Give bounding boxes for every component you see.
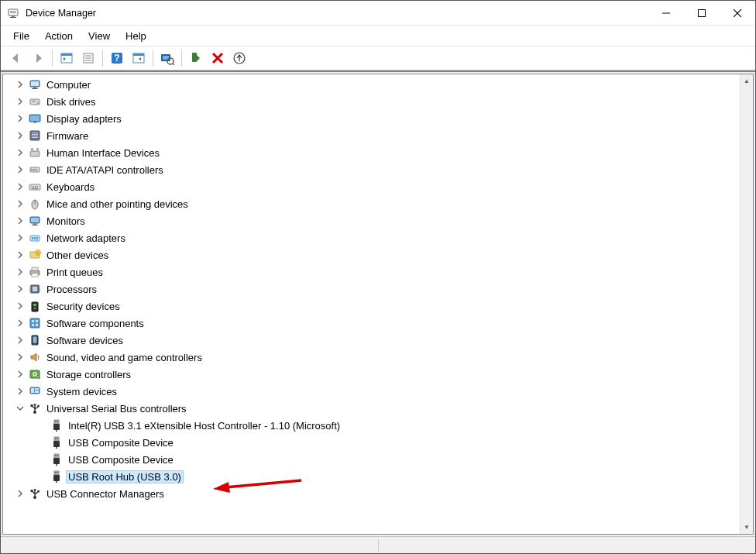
- expand-icon[interactable]: [14, 198, 26, 210]
- status-cell: [379, 539, 756, 552]
- usb-icon: [28, 401, 42, 415]
- tree-item[interactable]: Display adapters: [8, 110, 740, 127]
- tree-item[interactable]: Computer: [8, 76, 740, 93]
- tree-item[interactable]: Processors: [8, 280, 740, 298]
- expand-icon[interactable]: [14, 385, 26, 397]
- svg-rect-84: [36, 320, 38, 322]
- expand-icon[interactable]: [14, 95, 26, 108]
- tree-item[interactable]: Software devices: [8, 332, 740, 349]
- svg-rect-4: [10, 17, 16, 18]
- expand-icon[interactable]: [14, 78, 26, 91]
- tree-item[interactable]: USB Composite Device: [8, 434, 740, 451]
- tree-item[interactable]: IDE ATA/ATAPI controllers: [8, 161, 740, 178]
- expand-icon[interactable]: [14, 215, 26, 227]
- expand-icon[interactable]: [14, 129, 26, 142]
- tree-item[interactable]: USB Connector Managers: [8, 485, 740, 502]
- scroll-up-icon[interactable]: ▲: [741, 74, 753, 88]
- tree-item[interactable]: Software components: [8, 315, 740, 332]
- close-button[interactable]: [720, 1, 755, 26]
- expand-icon[interactable]: [14, 181, 26, 193]
- svg-rect-59: [33, 223, 36, 225]
- tree-item[interactable]: Monitors: [8, 212, 740, 229]
- expand-icon[interactable]: [14, 317, 26, 329]
- tree-item[interactable]: USB Root Hub (USB 3.0): [8, 468, 740, 485]
- tree-item[interactable]: Network adapters: [8, 229, 740, 246]
- expand-icon[interactable]: [14, 334, 26, 346]
- tree-item[interactable]: ?Other devices: [8, 246, 740, 263]
- menu-action[interactable]: Action: [37, 28, 81, 44]
- enable-device-button[interactable]: [185, 47, 207, 69]
- minimize-button[interactable]: [648, 1, 684, 26]
- svg-rect-72: [33, 287, 37, 291]
- svg-rect-127: [31, 490, 33, 492]
- tree-item[interactable]: USB Composite Device: [8, 451, 740, 468]
- svg-rect-29: [33, 87, 36, 88]
- back-button[interactable]: [5, 47, 27, 69]
- show-hide-console-tree-button[interactable]: [56, 47, 77, 69]
- svg-rect-6: [699, 9, 706, 16]
- expand-icon[interactable]: [14, 266, 26, 278]
- usbplug-icon: [50, 435, 64, 449]
- svg-rect-2: [10, 12, 16, 13]
- tree-item[interactable]: Universal Serial Bus controllers: [8, 400, 740, 417]
- scroll-down-icon[interactable]: ▼: [741, 521, 753, 534]
- toolbar: ?: [1, 46, 755, 71]
- expand-icon[interactable]: [14, 249, 26, 261]
- scan-hardware-button[interactable]: [156, 47, 178, 69]
- action-pane-button[interactable]: [128, 47, 149, 69]
- tree-item-label: Monitors: [44, 215, 88, 228]
- tree-item[interactable]: Intel(R) USB 3.1 eXtensible Host Control…: [8, 417, 740, 434]
- update-driver-button[interactable]: [229, 47, 250, 69]
- status-cell: [1, 539, 379, 552]
- tree-item[interactable]: Mice and other pointing devices: [8, 195, 740, 212]
- svg-rect-83: [32, 320, 34, 322]
- properties-button[interactable]: [77, 47, 99, 69]
- storage-icon: [28, 367, 42, 381]
- expand-icon[interactable]: [14, 112, 26, 125]
- tree-item[interactable]: Security devices: [8, 298, 740, 315]
- tree-item-label: Software devices: [44, 334, 125, 347]
- menu-view[interactable]: View: [81, 28, 118, 44]
- tree-item[interactable]: Keyboards: [8, 178, 740, 195]
- tree-item-label: Processors: [44, 283, 99, 296]
- expand-icon[interactable]: [14, 351, 26, 363]
- tree-item-label: Disk drives: [44, 95, 98, 108]
- svg-rect-60: [32, 225, 38, 225]
- tree-item[interactable]: Storage controllers: [8, 366, 740, 383]
- help-button[interactable]: ?: [106, 47, 128, 69]
- expand-icon[interactable]: [14, 283, 26, 295]
- tree-item[interactable]: Human Interface Devices: [8, 144, 740, 161]
- svg-rect-38: [32, 132, 38, 133]
- device-tree[interactable]: ComputerDisk drivesDisplay adaptersFirmw…: [3, 74, 740, 534]
- tree-item[interactable]: Disk drives: [8, 93, 740, 110]
- tree-item-label: USB Root Hub (USB 3.0): [66, 470, 184, 483]
- maximize-button[interactable]: [684, 1, 720, 26]
- tree-item-label: Sound, video and game controllers: [44, 351, 204, 364]
- expand-icon[interactable]: [14, 300, 26, 312]
- tree-item-label: Storage controllers: [44, 368, 133, 381]
- vertical-scrollbar[interactable]: ▲ ▼: [740, 74, 753, 534]
- svg-rect-116: [57, 455, 59, 456]
- menu-file[interactable]: File: [5, 28, 37, 44]
- hid-icon: [28, 146, 42, 160]
- tree-item[interactable]: System devices: [8, 383, 740, 400]
- usbplug-icon: [50, 452, 64, 466]
- menu-help[interactable]: Help: [118, 28, 154, 44]
- expand-icon[interactable]: [14, 163, 26, 176]
- tree-item[interactable]: Firmware: [8, 127, 740, 144]
- expand-icon[interactable]: [14, 146, 26, 159]
- expand-icon[interactable]: [14, 487, 26, 500]
- tree-item[interactable]: Sound, video and game controllers: [8, 349, 740, 366]
- svg-rect-70: [32, 274, 38, 277]
- monitor-icon: [28, 214, 42, 228]
- collapse-icon[interactable]: [14, 402, 26, 415]
- svg-rect-64: [36, 237, 38, 239]
- expand-icon[interactable]: [14, 232, 26, 244]
- uninstall-device-button[interactable]: [207, 47, 229, 69]
- titlebar[interactable]: Device Manager: [1, 1, 755, 26]
- tree-item[interactable]: Print queues: [8, 263, 740, 280]
- svg-rect-33: [32, 101, 36, 102]
- svg-rect-3: [12, 15, 15, 17]
- forward-button[interactable]: [27, 47, 49, 69]
- expand-icon[interactable]: [14, 368, 26, 380]
